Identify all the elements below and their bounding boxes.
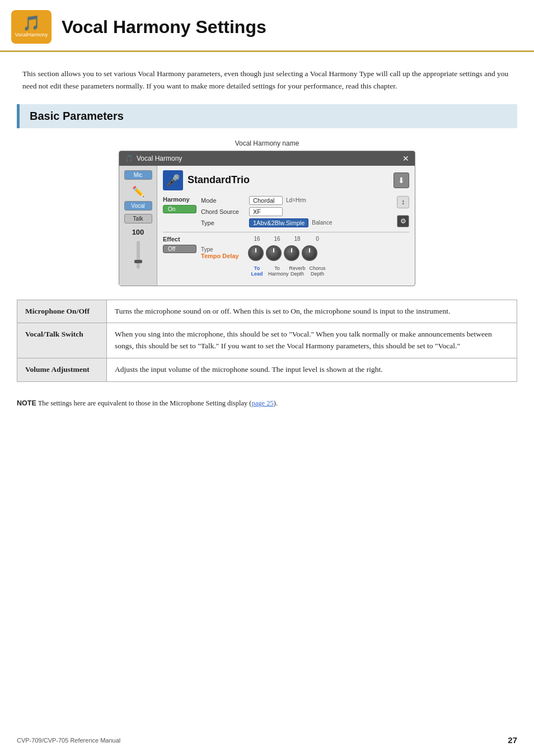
effect-section-title: Effect <box>163 236 196 242</box>
dialog-content: 🎤 StandardTrio ⬇ Harmony On Mode Chordal <box>157 166 415 286</box>
effect-bottom-label3: Reverb Depth <box>288 265 306 277</box>
harmony-type-label: Type <box>201 220 246 226</box>
harmony-label-col: Harmony On <box>163 196 196 227</box>
preset-name: StandardTrio <box>188 174 389 186</box>
footer-manual-title: CVP-709/CVP-705 Reference Manual <box>17 737 120 744</box>
dialog-title-icon: 🎵 <box>125 155 133 162</box>
dialog-close-button[interactable]: ✕ <box>402 154 409 163</box>
page-header: 🎵 VocalHarmony Vocal Harmony Settings <box>0 0 534 52</box>
effect-bottom-label1: To Lead <box>248 265 266 277</box>
effect-params-col: 16 16 18 0 Type Tempo Delay <box>201 236 409 277</box>
sidebar-volume-number: 100 <box>132 228 144 236</box>
note-label: NOTE <box>17 399 36 407</box>
effect-row: Effect Off 16 16 18 0 <box>163 236 409 277</box>
page-footer: CVP-709/CVP-705 Reference Manual 27 <box>0 735 534 745</box>
chord-source-value[interactable]: XF <box>249 207 283 216</box>
basic-params-heading: Basic Parameters <box>17 104 517 128</box>
sidebar-slider-thumb <box>134 260 142 263</box>
preset-row: 🎤 StandardTrio ⬇ <box>163 170 409 190</box>
table-header-2: Vocal/Talk Switch <box>17 323 107 358</box>
note-link[interactable]: page 25 <box>252 399 274 407</box>
intro-text: This section allows you to set various V… <box>22 68 512 93</box>
sidebar-pencil-icon: ✏️ <box>132 185 144 198</box>
harmony-section: Harmony On Mode Chordal Ld=Hrm Chord Sou… <box>163 196 409 227</box>
vocal-harmony-dialog: 🎵 Vocal Harmony ✕ Mic ✏️ Vocal Talk 100 <box>119 151 415 286</box>
mode-extra: Ld=Hrm <box>286 197 306 203</box>
effect-section: Effect Off 16 16 18 0 <box>163 232 409 277</box>
effect-num1: 16 <box>248 236 266 242</box>
dialog-body: Mic ✏️ Vocal Talk 100 🎤 StandardTrio ⬇ <box>119 166 415 286</box>
table-row: Vocal/Talk Switch When you sing into the… <box>17 323 517 358</box>
effect-off-button[interactable]: Off <box>163 245 196 253</box>
effect-num3: 18 <box>288 236 306 242</box>
effect-bottom-label4: Chorus Depth <box>308 265 326 277</box>
mode-label: Mode <box>201 197 246 204</box>
harmony-section-title: Harmony <box>163 196 196 203</box>
dialog-title-left: 🎵 Vocal Harmony <box>125 155 182 162</box>
effect-nums-row: 16 16 18 0 <box>201 236 409 242</box>
effect-knob-row: Type Tempo Delay <box>201 245 409 261</box>
app-icon: 🎵 VocalHarmony <box>11 10 51 44</box>
dialog-sidebar: Mic ✏️ Vocal Talk 100 <box>119 166 157 286</box>
preset-icon: 🎤 <box>163 170 183 190</box>
dialog-container: Vocal Harmony name 🎵 Vocal Harmony ✕ Mic… <box>119 139 415 286</box>
effect-bottom-label2: To Harmony <box>268 265 286 277</box>
effect-knob2[interactable] <box>266 245 282 261</box>
parameters-table: Microphone On/Off Turns the microphone s… <box>17 300 517 382</box>
harmony-params-col: Mode Chordal Ld=Hrm Chord Source XF Type… <box>201 196 392 227</box>
sidebar-slider[interactable] <box>137 241 140 269</box>
harmony-icons-col: ↕ ⚙ <box>397 196 409 227</box>
mode-param-row: Mode Chordal Ld=Hrm <box>201 196 392 205</box>
table-header-1: Microphone On/Off <box>17 300 107 323</box>
table-header-3: Volume Adjustment <box>17 358 107 382</box>
effect-type-text: Tempo Delay <box>201 253 246 259</box>
chord-source-param-row: Chord Source XF <box>201 207 392 216</box>
harmony-type-extra: Balance <box>312 220 332 226</box>
effect-bottom-labels: To Lead To Harmony Reverb Depth Chorus D… <box>201 265 409 277</box>
harmony-on-button[interactable]: On <box>163 205 196 213</box>
table-row: Microphone On/Off Turns the microphone s… <box>17 300 517 323</box>
chord-source-label: Chord Source <box>201 208 246 215</box>
harmony-settings-icon[interactable]: ⚙ <box>397 215 409 227</box>
effect-type-value: Type Tempo Delay <box>201 246 246 259</box>
note-section: NOTE The settings here are equivalent to… <box>0 393 534 420</box>
dialog-title-text: Vocal Harmony <box>137 155 182 162</box>
effect-num4: 0 <box>308 236 326 242</box>
effect-type-sublabel: Type <box>201 246 246 253</box>
page-title: Vocal Harmony Settings <box>62 17 266 38</box>
note-text-end: ). <box>274 399 278 407</box>
harmony-type-value[interactable]: 1Abv&2Blw.Simple <box>249 218 308 227</box>
effect-num2: 16 <box>268 236 286 242</box>
parameters-table-section: Microphone On/Off Turns the microphone s… <box>17 300 517 382</box>
table-cell-2: When you sing into the microphone, this … <box>107 323 517 358</box>
table-cell-1: Turns the microphone sound on or off. Wh… <box>107 300 517 323</box>
table-cell-3: Adjusts the input volume of the micropho… <box>107 358 517 382</box>
dialog-titlebar: 🎵 Vocal Harmony ✕ <box>119 151 415 166</box>
intro-section: This section allows you to set various V… <box>0 52 534 104</box>
vh-name-label: Vocal Harmony name <box>119 139 415 147</box>
mode-value[interactable]: Chordal <box>249 196 283 205</box>
effect-knob4[interactable] <box>302 245 317 261</box>
effect-knob1[interactable] <box>248 245 264 261</box>
sidebar-vocal-btn[interactable]: Vocal <box>124 201 152 211</box>
footer-page-number: 27 <box>508 735 517 745</box>
note-text: The settings here are equivalent to thos… <box>38 399 252 407</box>
preset-download-button[interactable]: ⬇ <box>394 172 409 188</box>
table-row: Volume Adjustment Adjusts the input volu… <box>17 358 517 382</box>
effect-knob3[interactable] <box>284 245 299 261</box>
harmony-type-param-row: Type 1Abv&2Blw.Simple Balance <box>201 218 392 227</box>
sidebar-mic-btn[interactable]: Mic <box>124 170 152 180</box>
sidebar-talk-btn[interactable]: Talk <box>124 214 152 223</box>
pitch-adjust-icon[interactable]: ↕ <box>397 196 409 208</box>
effect-label-col: Effect Off <box>163 236 196 277</box>
vocal-harmony-icon: 🎵 <box>22 16 40 31</box>
